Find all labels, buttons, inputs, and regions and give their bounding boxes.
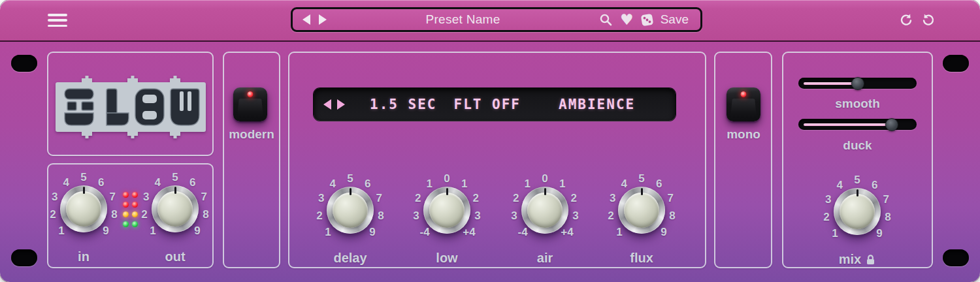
knob-scale-number: 7 (110, 191, 116, 204)
search-icon[interactable] (599, 13, 613, 27)
knob-scale-number: 3 (143, 191, 149, 204)
in-knob[interactable] (60, 185, 107, 232)
knob-pointer (857, 189, 858, 196)
lcd-display: 1.5 SEC FLT OFF AMBIENCE (314, 88, 676, 121)
knob-scale-number: 1 (58, 225, 64, 238)
knob-scale-number: 2 (473, 192, 479, 205)
redo-icon[interactable] (921, 13, 936, 29)
rack-screw-hole (943, 55, 969, 72)
mix-knob-unit: mix 123456789 (805, 159, 909, 264)
glow-logo (56, 76, 206, 138)
rack-screw-hole (943, 249, 969, 266)
lock-icon (866, 254, 875, 265)
mono-button[interactable] (727, 87, 760, 121)
knob-scale-number: 3 (825, 193, 831, 206)
rack-unit: Preset Name ♥ Save (0, 0, 980, 282)
level-meter (123, 192, 138, 227)
knob-scale-number: +4 (561, 226, 573, 239)
mono-button-label: mono (704, 127, 783, 142)
knob-scale-number: 8 (111, 208, 117, 221)
top-bar: Preset Name ♥ Save (0, 0, 980, 40)
meter-led-yellow (123, 212, 129, 217)
in-knob-label: in (31, 249, 136, 264)
knob-scale-number: 4 (621, 178, 627, 191)
knob-pointer (174, 187, 176, 194)
meter-led-green (123, 221, 129, 227)
delay-knob-unit: delay 123456789 (298, 158, 402, 262)
knob-pointer (350, 188, 351, 195)
hamburger-menu-icon[interactable] (48, 14, 67, 27)
knob-scale-number: 8 (669, 210, 675, 223)
knob-scale-number: 6 (872, 179, 877, 192)
knob-scale-number: 7 (883, 193, 889, 206)
rack-screw-hole (11, 55, 37, 72)
knob-scale-number: 1 (559, 178, 565, 191)
lcd-filter-readout: FLT OFF (454, 97, 521, 112)
meter-led-red (132, 202, 138, 208)
randomize-dice-icon[interactable] (640, 12, 654, 27)
knob-pointer (83, 187, 85, 194)
display-next-button[interactable] (337, 99, 345, 110)
knob-scale-number: 1 (325, 226, 331, 239)
mix-knob[interactable] (834, 188, 881, 235)
preset-next-button[interactable] (319, 14, 327, 25)
knob-scale-number: 2 (50, 208, 56, 221)
save-button[interactable]: Save (661, 12, 689, 27)
knob-scale-number: 2 (141, 208, 147, 221)
mono-panel (714, 52, 772, 268)
knob-scale-number: 1 (461, 178, 467, 191)
out-knob-unit: out 123456789 (123, 157, 227, 261)
meter-led-green (132, 221, 138, 227)
knob-scale-number: 9 (876, 227, 882, 240)
knob-scale-number: 5 (638, 172, 644, 185)
air-knob-unit: air -43210123+4 (493, 158, 597, 262)
knob-scale-number: 2 (608, 210, 613, 223)
favorite-heart-icon[interactable]: ♥ (620, 12, 634, 27)
out-knob[interactable] (152, 185, 199, 232)
modern-panel (223, 52, 280, 268)
smooth-slider-fill (804, 82, 858, 85)
knob-scale-number: 5 (347, 172, 353, 185)
knob-scale-number: 9 (369, 226, 375, 239)
preset-prev-button[interactable] (302, 14, 310, 25)
low-knob-label: low (395, 251, 499, 266)
delay-knob[interactable] (327, 187, 374, 234)
meter-led-red (132, 192, 138, 198)
left-arrow-icon (323, 99, 331, 110)
knob-scale-number: 4 (155, 176, 161, 189)
lcd-program-readout: AMBIENCE (559, 97, 635, 112)
preset-bar: Preset Name ♥ Save (291, 7, 702, 32)
modern-button[interactable] (233, 87, 267, 121)
out-knob-label: out (123, 249, 227, 264)
knob-scale-number: 6 (656, 178, 662, 191)
knob-scale-number: 8 (885, 211, 890, 224)
duck-slider[interactable] (798, 119, 917, 130)
knob-scale-number: +4 (463, 226, 475, 239)
display-prev-button[interactable] (323, 99, 331, 110)
flux-knob-face (624, 193, 659, 228)
duck-slider-thumb[interactable] (885, 118, 898, 131)
out-knob-face (157, 191, 193, 227)
knob-scale-number: 5 (80, 171, 86, 184)
right-arrow-icon (319, 14, 327, 25)
knob-scale-number: 4 (837, 179, 843, 192)
delay-knob-label: delay (298, 251, 402, 266)
preset-name[interactable]: Preset Name (327, 12, 599, 27)
knob-scale-number: 2 (513, 192, 519, 205)
knob-scale-number: 1 (150, 225, 155, 238)
knob-scale-number: 3 (511, 210, 517, 223)
duck-slider-label: duck (782, 138, 933, 153)
knob-scale-number: 3 (610, 192, 615, 205)
knob-scale-number: 5 (172, 171, 178, 184)
knob-scale-number: 9 (661, 226, 666, 239)
knob-scale-number: 1 (616, 226, 622, 239)
knob-pointer (544, 188, 546, 195)
undo-icon[interactable] (899, 13, 913, 29)
right-arrow-icon (337, 99, 345, 110)
smooth-slider[interactable] (798, 78, 917, 89)
knob-scale-number: -4 (419, 226, 429, 239)
flux-knob[interactable] (618, 187, 665, 234)
knob-scale-number: 0 (542, 172, 547, 185)
smooth-slider-thumb[interactable] (851, 77, 864, 90)
knob-scale-number: 3 (52, 191, 57, 204)
